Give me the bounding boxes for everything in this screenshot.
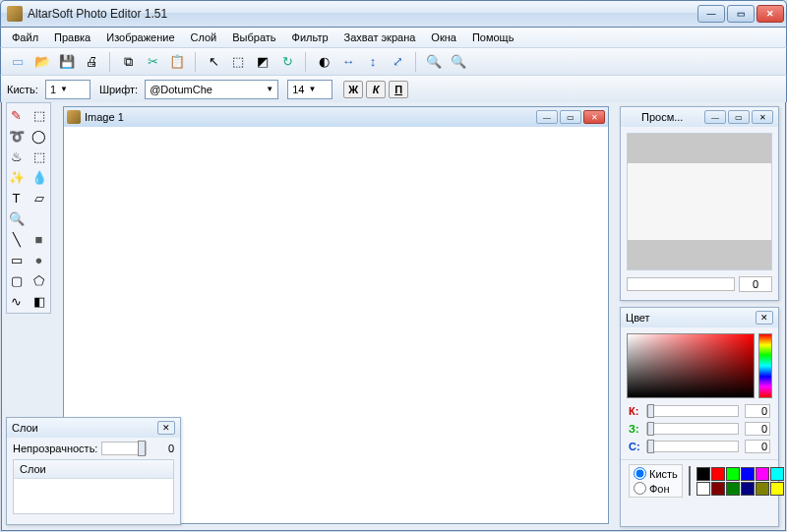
- font-name-combo[interactable]: @DotumChe▼: [145, 80, 278, 99]
- preview-min-button[interactable]: —: [704, 110, 726, 124]
- palette-swatch[interactable]: [711, 482, 725, 496]
- pointer-button[interactable]: ↖: [203, 51, 224, 73]
- bold-button[interactable]: Ж: [343, 81, 363, 98]
- palette-swatch[interactable]: [741, 482, 755, 496]
- color-field[interactable]: [627, 333, 755, 398]
- doc-close-button[interactable]: ✕: [583, 110, 605, 124]
- tool-fill-circle[interactable]: ●: [30, 250, 49, 269]
- menu-filter[interactable]: Фильтр: [285, 30, 335, 45]
- palette-swatch[interactable]: [770, 482, 784, 496]
- green-value[interactable]: 0: [745, 422, 770, 436]
- tool-spray[interactable]: ♨: [7, 147, 27, 166]
- preview-zoom-slider[interactable]: [627, 277, 735, 291]
- copy-button[interactable]: ⧉: [117, 51, 139, 73]
- tool-line[interactable]: ╲: [7, 229, 27, 249]
- tool-polygon[interactable]: ⬠: [30, 270, 49, 290]
- opacity-slider[interactable]: [101, 442, 147, 455]
- tool-eraser[interactable]: ▱: [30, 188, 49, 207]
- minimize-button[interactable]: —: [697, 5, 725, 23]
- blue-value[interactable]: 0: [745, 440, 770, 453]
- palette-swatch[interactable]: [741, 467, 755, 481]
- menu-help[interactable]: Помощь: [465, 30, 521, 45]
- tool-rect[interactable]: ▭: [7, 250, 27, 269]
- cut-button[interactable]: ✂: [142, 51, 163, 73]
- tool-ellipse-select[interactable]: ◯: [30, 126, 49, 146]
- menu-file[interactable]: Файл: [5, 30, 45, 45]
- layers-list[interactable]: Слои: [13, 459, 174, 514]
- doc-maximize-button[interactable]: ▭: [560, 110, 581, 124]
- open-button[interactable]: 📂: [31, 51, 53, 73]
- tool-fill-rect[interactable]: ■: [30, 229, 49, 249]
- italic-button[interactable]: К: [366, 81, 386, 98]
- slider-thumb[interactable]: [647, 422, 654, 436]
- bg-radio-input[interactable]: [634, 482, 646, 495]
- doc-minimize-button[interactable]: —: [536, 110, 558, 124]
- tool-pencil[interactable]: ✎: [7, 105, 27, 125]
- layers-close-button[interactable]: ✕: [157, 421, 175, 435]
- rotate-button[interactable]: ↻: [276, 51, 298, 73]
- hue-slider[interactable]: [758, 333, 772, 398]
- brush-radio-input[interactable]: [634, 467, 646, 480]
- preview-titlebar[interactable]: Просм... — ▭ ✕: [621, 107, 778, 127]
- green-slider[interactable]: [646, 423, 739, 435]
- tool-rect-select[interactable]: ⬚: [30, 105, 49, 125]
- crop-button[interactable]: ◩: [252, 51, 273, 73]
- tool-eyedropper[interactable]: 💧: [30, 167, 49, 187]
- layers-titlebar[interactable]: Слои ✕: [7, 418, 180, 438]
- current-color-swatch[interactable]: [689, 466, 691, 496]
- menu-capture[interactable]: Захват экрана: [337, 30, 423, 45]
- palette-swatch[interactable]: [726, 482, 740, 496]
- palette-swatch[interactable]: [756, 482, 769, 496]
- document-titlebar[interactable]: Image 1 — ▭ ✕: [64, 107, 608, 127]
- paste-button[interactable]: 📋: [166, 51, 188, 73]
- slider-thumb[interactable]: [647, 404, 654, 418]
- color-titlebar[interactable]: Цвет ✕: [621, 308, 778, 327]
- tool-lasso[interactable]: ➰: [7, 126, 27, 146]
- marquee-button[interactable]: ⬚: [227, 51, 249, 73]
- maximize-button[interactable]: ▭: [727, 5, 755, 23]
- close-button[interactable]: ✕: [757, 5, 784, 23]
- slider-thumb[interactable]: [647, 440, 654, 453]
- palette-swatch[interactable]: [756, 467, 769, 481]
- tool-zoom[interactable]: 🔍: [7, 208, 27, 228]
- new-button[interactable]: ▭: [7, 51, 29, 73]
- red-value[interactable]: 0: [745, 404, 770, 418]
- contrast-button[interactable]: ◐: [313, 51, 334, 73]
- tool-curve[interactable]: ∿: [7, 291, 27, 311]
- menu-layer[interactable]: Слой: [184, 30, 224, 45]
- color-close-button[interactable]: ✕: [756, 311, 773, 325]
- menu-image[interactable]: Изображение: [99, 30, 181, 45]
- preview-max-button[interactable]: ▭: [728, 110, 750, 124]
- resize-button[interactable]: ⤢: [387, 51, 408, 73]
- menu-select[interactable]: Выбрать: [225, 30, 282, 45]
- tool-round-rect[interactable]: ▢: [7, 270, 27, 290]
- menu-windows[interactable]: Окна: [424, 30, 463, 45]
- contrast-icon: ◐: [319, 55, 330, 68]
- tool-wand[interactable]: ✨: [7, 167, 27, 187]
- palette-swatch[interactable]: [770, 467, 784, 481]
- palette-swatch[interactable]: [696, 482, 710, 496]
- palette-swatch[interactable]: [726, 467, 740, 481]
- palette-swatch[interactable]: [711, 467, 725, 481]
- blue-slider[interactable]: [646, 441, 739, 452]
- opacity-value: 0: [151, 443, 174, 454]
- print-button[interactable]: 🖨: [81, 51, 102, 73]
- flip-h-button[interactable]: ↔: [337, 51, 359, 73]
- underline-button[interactable]: П: [389, 81, 408, 98]
- brush-radio[interactable]: Кисть: [634, 467, 678, 480]
- menu-edit[interactable]: Правка: [47, 30, 97, 45]
- red-slider[interactable]: [646, 405, 739, 417]
- slider-thumb[interactable]: [138, 441, 146, 456]
- flip-v-button[interactable]: ↕: [362, 51, 384, 73]
- zoom-out-button[interactable]: 🔍: [448, 51, 469, 73]
- preview-close-button[interactable]: ✕: [752, 110, 773, 124]
- tool-shape[interactable]: ◧: [30, 291, 49, 311]
- bg-radio[interactable]: Фон: [634, 482, 678, 495]
- save-button[interactable]: 💾: [56, 51, 78, 73]
- brush-size-combo[interactable]: 1▼: [45, 80, 91, 99]
- font-size-combo[interactable]: 14▼: [287, 80, 333, 99]
- tool-text[interactable]: T: [7, 188, 27, 207]
- palette-swatch[interactable]: [696, 467, 710, 481]
- tool-magic-select[interactable]: ⬚: [30, 147, 49, 166]
- zoom-in-button[interactable]: 🔍: [423, 51, 445, 73]
